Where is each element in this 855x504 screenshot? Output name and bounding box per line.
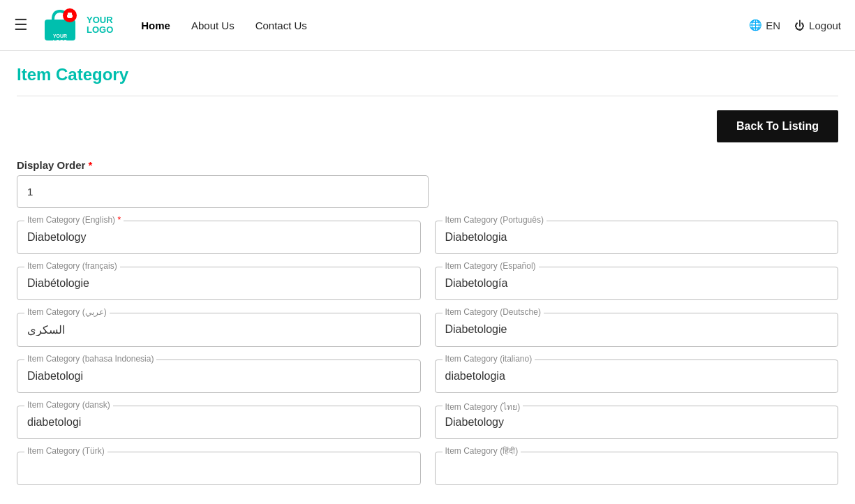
lang-field-input-3[interactable] (445, 277, 828, 290)
lang-field-4: Item Category (عربي) (17, 313, 421, 347)
navbar: ☰ YOUR LOGO YOUR LOGO Home About Us Cont… (0, 0, 855, 51)
lang-field-2: Item Category (français) (17, 267, 421, 300)
lang-field-label-9: Item Category (ไทย) (443, 400, 523, 413)
logout-label: Logout (809, 20, 841, 31)
lang-field-5: Item Category (Deutsche) (435, 313, 839, 347)
lang-field-label-8: Item Category (dansk) (24, 400, 113, 410)
lang-field-label-6: Item Category (bahasa Indonesia) (24, 354, 156, 364)
lang-field-input-6[interactable] (27, 370, 410, 383)
lang-field-label-0: Item Category (English) * (24, 215, 124, 225)
divider (17, 96, 838, 96)
globe-icon: 🌐 (749, 19, 762, 31)
lang-field-input-2[interactable] (27, 277, 410, 290)
logout-button[interactable]: ⏻ Logout (794, 20, 841, 31)
lang-field-11: Item Category (हिंदी) (435, 452, 839, 485)
display-order-input[interactable] (17, 175, 429, 208)
lang-field-input-5[interactable] (445, 323, 828, 336)
nav-right: 🌐 EN ⏻ Logout (749, 19, 841, 31)
nav-about[interactable]: About Us (191, 20, 235, 31)
logo: YOUR LOGO YOUR LOGO (38, 6, 113, 45)
logo-line1: YOUR (87, 15, 113, 25)
lang-field-3: Item Category (Español) (435, 267, 839, 300)
lang-field-input-7[interactable] (445, 370, 828, 383)
lang-field-input-1[interactable] (445, 231, 828, 244)
svg-text:LOGO: LOGO (53, 39, 68, 44)
lang-field-input-9[interactable] (445, 416, 828, 429)
lang-field-label-7: Item Category (italiano) (443, 354, 535, 364)
lang-field-1: Item Category (Português) (435, 221, 839, 254)
lang-field-input-8[interactable] (27, 416, 410, 429)
lang-field-8: Item Category (dansk) (17, 406, 421, 439)
power-icon: ⏻ (794, 20, 805, 31)
lang-field-input-10[interactable] (27, 462, 410, 475)
lang-field-input-4[interactable] (27, 323, 410, 336)
lang-label: EN (766, 20, 780, 31)
lang-field-label-4: Item Category (عربي) (24, 307, 110, 317)
lang-field-label-5: Item Category (Deutsche) (443, 307, 544, 317)
language-fields-grid: Item Category (English) *Item Category (… (17, 221, 838, 485)
logo-icon: YOUR LOGO (38, 6, 82, 45)
svg-text:YOUR: YOUR (53, 34, 67, 38)
logo-line2: LOGO (87, 25, 113, 35)
lang-field-label-2: Item Category (français) (24, 261, 120, 271)
top-bar: Back To Listing (17, 110, 838, 142)
lang-field-7: Item Category (italiano) (435, 360, 839, 393)
nav-contact[interactable]: Contact Us (255, 20, 307, 31)
lang-field-10: Item Category (Türk) (17, 452, 421, 485)
lang-field-label-11: Item Category (हिंदी) (443, 446, 521, 456)
display-order-label: Display Order * (17, 159, 838, 171)
language-selector[interactable]: 🌐 EN (749, 19, 780, 31)
nav-home[interactable]: Home (141, 20, 170, 31)
required-star: * (88, 159, 92, 171)
page-title: Item Category (17, 65, 838, 84)
lang-field-label-3: Item Category (Español) (443, 261, 539, 271)
lang-field-label-10: Item Category (Türk) (24, 446, 107, 456)
lang-field-6: Item Category (bahasa Indonesia) (17, 360, 421, 393)
lang-field-9: Item Category (ไทย) (435, 406, 839, 439)
menu-icon[interactable]: ☰ (14, 16, 28, 34)
display-order-group: Display Order * (17, 159, 838, 208)
back-to-listing-button[interactable]: Back To Listing (717, 110, 838, 142)
lang-field-input-11[interactable] (445, 462, 828, 475)
lang-field-0: Item Category (English) * (17, 221, 421, 254)
lang-field-label-1: Item Category (Português) (443, 215, 547, 225)
page-content: Item Category Back To Listing Display Or… (0, 51, 855, 499)
nav-links: Home About Us Contact Us (141, 20, 749, 31)
lang-field-input-0[interactable] (27, 231, 410, 244)
svg-rect-3 (67, 15, 73, 17)
